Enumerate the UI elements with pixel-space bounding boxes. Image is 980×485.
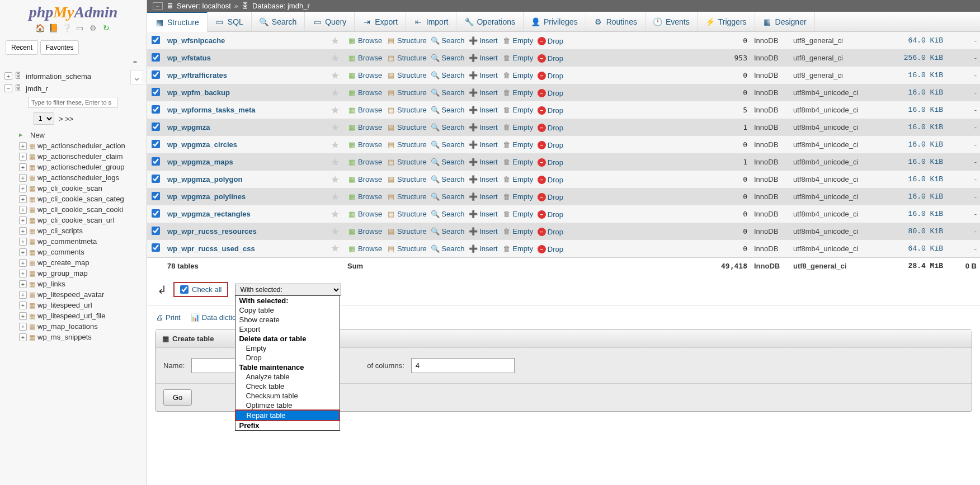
tree-db-information-schema[interactable]: + 🗄 information_schema — [0, 70, 147, 82]
insert-link[interactable]: ➕Insert — [469, 157, 498, 166]
with-selected-dropdown[interactable]: With selected: — [235, 284, 341, 296]
expand-icon[interactable]: + — [19, 333, 27, 341]
tree-table-item[interactable]: +▦wp_actionscheduler_claim — [17, 151, 147, 162]
empty-link[interactable]: 🗑Empty — [502, 244, 533, 253]
check-all-label[interactable]: Check all — [192, 285, 222, 294]
row-checkbox[interactable] — [152, 175, 160, 183]
structure-link[interactable]: ▤Structure — [387, 123, 427, 131]
reload-icon[interactable]: ↻ — [101, 23, 111, 34]
drop-link[interactable]: −Drop — [538, 210, 563, 219]
tree-table-item[interactable]: +▦wp_litespeed_url — [17, 300, 147, 310]
expand-icon[interactable]: + — [19, 312, 27, 320]
insert-link[interactable]: ➕Insert — [469, 36, 498, 45]
drop-link[interactable]: −Drop — [538, 72, 563, 80]
logo[interactable]: phpMyAdmin — [0, 0, 147, 22]
favorite-star[interactable]: ★ — [326, 101, 344, 119]
expand-icon[interactable]: + — [19, 206, 27, 214]
row-checkbox[interactable] — [152, 243, 160, 252]
drop-link[interactable]: −Drop — [538, 124, 563, 132]
insert-link[interactable]: ➕Insert — [469, 53, 498, 62]
expand-icon[interactable]: + — [19, 323, 27, 331]
browse-link[interactable]: ▦Browse — [347, 105, 382, 114]
browse-link[interactable]: ▦Browse — [347, 36, 382, 45]
empty-link[interactable]: 🗑Empty — [502, 157, 533, 166]
tree-table-item[interactable]: +▦wp_comments — [17, 247, 147, 257]
drop-link[interactable]: −Drop — [538, 245, 563, 253]
tree-table-item[interactable]: +▦wp_commentmeta — [17, 236, 147, 247]
tree-table-item[interactable]: +▦wp_actionscheduler_logs — [17, 172, 147, 183]
insert-link[interactable]: ➕Insert — [469, 227, 498, 236]
insert-link[interactable]: ➕Insert — [469, 140, 498, 149]
search-link[interactable]: 🔍Search — [431, 175, 464, 183]
structure-link[interactable]: ▤Structure — [387, 36, 427, 45]
insert-link[interactable]: ➕Insert — [469, 209, 498, 218]
structure-link[interactable]: ▤Structure — [387, 157, 427, 166]
drop-link[interactable]: −Drop — [538, 158, 563, 167]
browse-link[interactable]: ▦Browse — [347, 140, 382, 149]
table-name-link[interactable]: wp_wfsnipcache — [167, 36, 225, 45]
logout-icon[interactable]: 📙 — [49, 23, 59, 34]
expand-icon[interactable]: + — [19, 291, 27, 299]
recent-tab[interactable]: Recent — [6, 40, 38, 55]
favorite-star[interactable]: ★ — [326, 223, 344, 240]
empty-link[interactable]: 🗑Empty — [502, 192, 533, 201]
table-name-link[interactable]: wp_wftrafficrates — [167, 71, 227, 79]
expand-icon[interactable]: + — [19, 259, 27, 267]
go-button[interactable]: Go — [163, 389, 192, 406]
tree-db-jmdh-r[interactable]: − 🗄 jmdh_r — [0, 82, 147, 95]
table-name-link[interactable]: wp_wfstatus — [167, 54, 211, 62]
browse-link[interactable]: ▦Browse — [347, 70, 382, 79]
browse-link[interactable]: ▦Browse — [347, 175, 382, 183]
empty-link[interactable]: 🗑Empty — [502, 140, 533, 149]
insert-link[interactable]: ➕Insert — [469, 105, 498, 114]
table-name-link[interactable]: wp_wpgmza_maps — [167, 158, 233, 166]
tree-table-item[interactable]: +▦wp_links — [17, 279, 147, 289]
search-link[interactable]: 🔍Search — [431, 88, 464, 97]
drop-link[interactable]: −Drop — [538, 176, 563, 184]
check-all-checkbox[interactable] — [180, 285, 189, 294]
empty-link[interactable]: 🗑Empty — [502, 88, 533, 97]
tree-table-item[interactable]: +▦wp_actionscheduler_action — [17, 140, 147, 151]
expand-icon[interactable]: + — [19, 185, 27, 192]
table-name-link[interactable]: wp_wpgmza_polylines — [167, 192, 246, 201]
structure-link[interactable]: ▤Structure — [387, 70, 427, 79]
drop-link[interactable]: −Drop — [538, 228, 563, 236]
row-checkbox[interactable] — [152, 70, 160, 79]
expand-icon[interactable]: + — [19, 270, 27, 277]
empty-link[interactable]: 🗑Empty — [502, 209, 533, 218]
table-name-link[interactable]: wp_wpr_rucss_used_css — [167, 244, 255, 253]
tree-table-item[interactable]: +▦wp_litespeed_url_file — [17, 310, 147, 321]
browse-link[interactable]: ▦Browse — [347, 123, 382, 131]
structure-link[interactable]: ▤Structure — [387, 209, 427, 218]
browse-link[interactable]: ▦Browse — [347, 244, 382, 253]
expand-icon[interactable]: + — [19, 174, 27, 182]
search-link[interactable]: 🔍Search — [431, 36, 464, 45]
search-link[interactable]: 🔍Search — [431, 192, 464, 201]
empty-link[interactable]: 🗑Empty — [502, 123, 533, 131]
dropdown-item[interactable]: Empty — [235, 343, 340, 353]
tree-table-item[interactable]: +▦wp_cli_cookie_scan_url — [17, 215, 147, 225]
empty-link[interactable]: 🗑Empty — [502, 53, 533, 62]
search-link[interactable]: 🔍Search — [431, 105, 464, 114]
dropdown-item[interactable]: Export — [235, 324, 340, 334]
row-checkbox[interactable] — [152, 140, 160, 148]
table-name-link[interactable]: wp_wpforms_tasks_meta — [167, 106, 256, 114]
drop-link[interactable]: −Drop — [538, 54, 563, 63]
insert-link[interactable]: ➕Insert — [469, 123, 498, 131]
table-name-link[interactable]: wp_wpr_rucss_resources — [167, 227, 257, 236]
row-checkbox[interactable] — [152, 88, 160, 96]
dropdown-item[interactable]: Drop — [235, 353, 340, 362]
tree-table-item[interactable]: +▦wp_create_map — [17, 257, 147, 268]
dropdown-item[interactable]: Repair table — [236, 411, 339, 420]
tree-new[interactable]: ▸ New — [17, 129, 147, 140]
drop-link[interactable]: −Drop — [538, 89, 563, 97]
expand-icon[interactable]: + — [19, 142, 27, 150]
expand-icon[interactable]: + — [4, 72, 12, 80]
columns-input[interactable] — [411, 358, 515, 373]
tab-import[interactable]: ⇤Import — [406, 12, 457, 31]
structure-link[interactable]: ▤Structure — [387, 53, 427, 62]
print-link[interactable]: 🖨Print — [156, 313, 181, 322]
breadcrumb-database[interactable]: Database: jmdh_r — [252, 2, 310, 10]
tree-table-item[interactable]: +▦wp_litespeed_avatar — [17, 289, 147, 300]
tab-search[interactable]: 🔍Search — [252, 12, 305, 31]
